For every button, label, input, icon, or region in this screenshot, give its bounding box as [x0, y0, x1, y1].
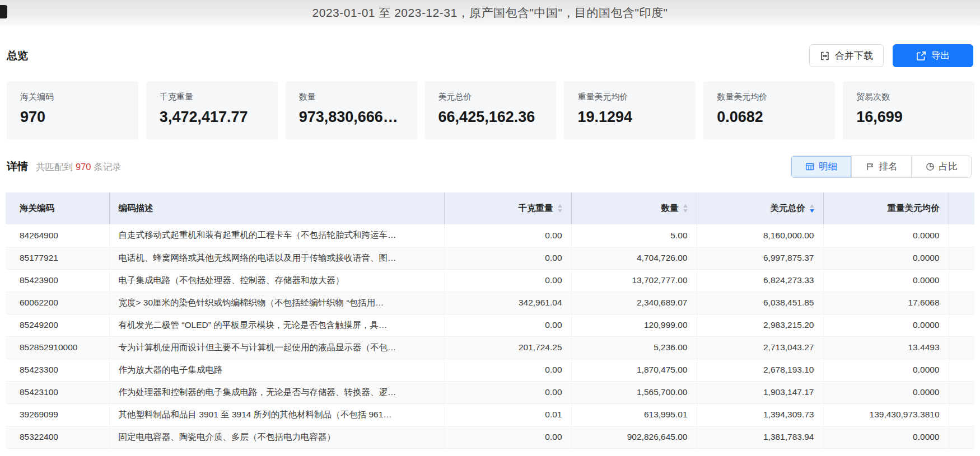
table-row: 85322400固定电电容器、陶瓷电介质、多层（不包括电力电容器）0.00902… — [6, 426, 974, 448]
cell-description: 固定电电容器、陶瓷电介质、多层（不包括电力电容器） — [109, 426, 444, 448]
table-row: 85423100作为处理器和控制器的电子集成电路，无论是否与存储器、转换器、逻…… — [6, 381, 974, 403]
cell-usd-per-kg: 0.0000 — [823, 269, 949, 292]
export-label: 导出 — [931, 49, 950, 62]
cell-extra — [949, 426, 974, 448]
tab-ranking[interactable]: 排名 — [851, 156, 911, 177]
cell-extra — [949, 336, 974, 359]
stat-card-value: 3,472,417.77 — [160, 109, 264, 126]
export-button[interactable]: 导出 — [893, 44, 973, 67]
match-summary: 共匹配到970条记录 — [36, 161, 122, 173]
cell-description: 专为计算机使用而设计但主要不与计算机一起使用的液晶显示器（不包… — [109, 336, 444, 359]
column-header-description: 编码描述 — [109, 192, 444, 224]
column-title: 千克重量 — [519, 203, 553, 214]
cell-quantity: 1,870,475.00 — [571, 359, 697, 381]
cell-quantity: 5,236.00 — [571, 336, 697, 359]
table-row: 39269099其他塑料制品和品目 3901 至 3914 所列的其他材料制品（… — [6, 403, 974, 426]
cell-usd-per-kg: 0.0000 — [823, 426, 949, 448]
cell-extra — [949, 359, 974, 381]
column-title: 编码描述 — [119, 203, 153, 214]
ranking-icon — [866, 162, 875, 171]
window-corner-fragment — [0, 5, 7, 18]
stat-card-value: 973,830,666… — [299, 109, 404, 126]
cell-extra — [949, 292, 974, 314]
sort-control[interactable] — [683, 204, 688, 213]
column-header-kg-weight[interactable]: 千克重量 — [444, 192, 571, 224]
cell-usd-total: 2,678,193.10 — [697, 359, 823, 381]
cell-hs-code: 852852910000 — [6, 336, 109, 359]
stat-card-label: 数量 — [299, 92, 404, 102]
stat-card: 重量美元均价19.1294 — [564, 81, 696, 139]
table-row: 60062200宽度> 30厘米的染色针织或钩编棉织物（不包括经编针织物 “包括… — [6, 292, 974, 314]
stat-card-value: 16,699 — [856, 109, 961, 126]
cell-usd-per-kg: 0.0000 — [823, 247, 949, 269]
view-tabs: 明细 排名 占比 — [791, 156, 972, 178]
cell-quantity: 1,565,700.00 — [571, 381, 697, 403]
detail-table: 海关编码编码描述千克重量数量美元总价重量美元均价 84264900自走式移动式起… — [6, 192, 974, 449]
cell-hs-code: 39269099 — [6, 403, 109, 426]
cell-extra — [949, 314, 974, 336]
sort-asc-icon — [683, 204, 688, 208]
cell-extra — [949, 224, 974, 247]
cell-usd-total: 6,038,451.85 — [697, 292, 823, 314]
column-title: 海关编码 — [20, 203, 54, 214]
stat-card: 美元总价66,425,162.36 — [425, 81, 557, 139]
cell-extra — [949, 403, 974, 426]
cell-kg-weight: 0.00 — [444, 269, 571, 292]
cell-usd-per-kg: 139,430,973.3810 — [823, 403, 949, 426]
table-row: 85423900电子集成电路（不包括处理器、控制器、存储器和放大器）0.0013… — [6, 269, 974, 292]
detail-header-row: 详情 共匹配到970条记录 明细 排名 — [7, 156, 974, 178]
stat-card-label: 海关编码 — [20, 92, 125, 102]
sort-control[interactable] — [810, 204, 814, 213]
cell-kg-weight: 0.00 — [444, 359, 571, 381]
cell-description: 作为放大器的电子集成电路 — [109, 359, 444, 381]
table-icon — [805, 162, 814, 171]
tab-proportion-label: 占比 — [939, 161, 958, 173]
stat-card: 贸易次数16,699 — [843, 81, 974, 139]
merge-download-button[interactable]: 合并下载 — [809, 44, 884, 67]
table-row: 84264900自走式移动式起重机和装有起重机的工程卡车（不包括轮胎式和跨运车…… — [6, 224, 974, 247]
cell-usd-total: 2,983,215.20 — [697, 314, 823, 336]
query-summary-title: 2023-01-01 至 2023-12-31，原产国包含"中国"，目的国包含"… — [312, 5, 668, 21]
cell-hs-code: 85177921 — [6, 247, 109, 269]
column-header-quantity[interactable]: 数量 — [571, 192, 697, 224]
stat-card-label: 数量美元均价 — [717, 92, 822, 102]
stat-card-label: 千克重量 — [160, 92, 264, 102]
cell-usd-per-kg: 0.0000 — [823, 224, 949, 247]
stat-card-label: 美元总价 — [438, 92, 543, 102]
tab-detail[interactable]: 明细 — [791, 156, 851, 177]
sort-desc-icon — [810, 209, 814, 213]
stat-card-value: 19.1294 — [577, 109, 682, 126]
toolbar: 合并下载 导出 — [809, 44, 973, 67]
cell-description: 宽度> 30厘米的染色针织或钩编棉织物（不包括经编针织物 “包括用… — [109, 292, 444, 314]
cell-hs-code: 85322400 — [6, 426, 109, 448]
cell-usd-per-kg: 0.0000 — [823, 359, 949, 381]
cell-quantity: 5.00 — [571, 224, 697, 247]
cell-description: 电话机、蜂窝网络或其他无线网络的电话以及用于传输或接收语音、图… — [109, 247, 444, 269]
cell-extra — [949, 269, 974, 292]
cell-quantity: 613,995.01 — [571, 403, 697, 426]
tab-detail-label: 明细 — [819, 161, 837, 173]
sort-control[interactable] — [558, 204, 562, 213]
cell-usd-total: 1,903,147.17 — [697, 381, 823, 403]
table-row: 85423300作为放大器的电子集成电路0.001,870,475.002,67… — [6, 359, 974, 381]
sort-desc-icon — [683, 209, 688, 213]
cell-description: 自走式移动式起重机和装有起重机的工程卡车（不包括轮胎式和跨运车… — [109, 224, 444, 247]
cell-quantity: 4,704,726.00 — [571, 247, 697, 269]
pie-chart-icon — [926, 162, 935, 171]
tab-ranking-label: 排名 — [879, 161, 898, 173]
stat-card-value: 970 — [20, 109, 125, 126]
sort-asc-icon — [558, 204, 562, 208]
cell-usd-total: 6,997,875.37 — [697, 247, 823, 269]
column-header-usd-total[interactable]: 美元总价 — [697, 192, 823, 224]
cell-extra — [949, 381, 974, 403]
cell-description: 有机发光二极管 “OLED” 的平板显示模块，无论是否包含触摸屏，具… — [109, 314, 444, 336]
stat-card-label: 重量美元均价 — [577, 92, 682, 102]
stat-card-value: 0.0682 — [717, 109, 822, 126]
column-title: 数量 — [661, 203, 679, 214]
cell-usd-per-kg: 17.6068 — [823, 292, 949, 314]
match-count: 970 — [76, 162, 91, 172]
cell-usd-total: 1,394,309.73 — [697, 403, 823, 426]
cell-hs-code: 85423100 — [6, 381, 109, 403]
tab-proportion[interactable]: 占比 — [911, 156, 971, 177]
cell-hs-code: 85423300 — [6, 359, 109, 381]
